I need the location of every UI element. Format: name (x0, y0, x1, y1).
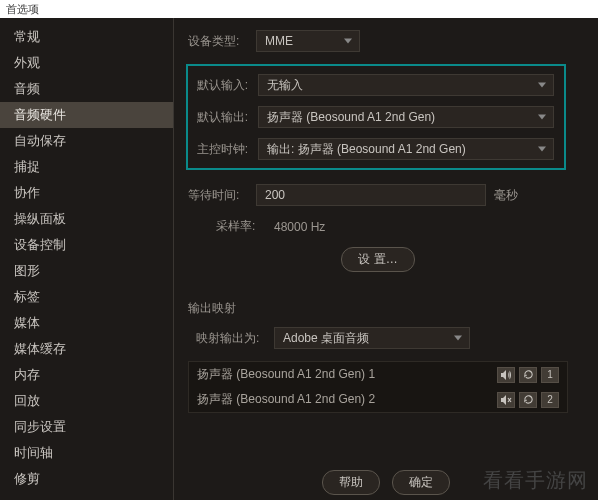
sidebar-item-media-cache[interactable]: 媒体缓存 (0, 336, 173, 362)
output-row-2: 扬声器 (Beosound A1 2nd Gen) 2 2 (189, 387, 567, 412)
sidebar-item-labels[interactable]: 标签 (0, 284, 173, 310)
sidebar-item-audio-hardware[interactable]: 音频硬件 (0, 102, 173, 128)
sidebar-item-audio[interactable]: 音频 (0, 76, 173, 102)
default-input-value: 无输入 (267, 77, 303, 94)
speaker-mute-button-2[interactable] (497, 392, 515, 408)
output-map-dropdown[interactable]: Adobe 桌面音频 (274, 327, 470, 349)
default-output-dropdown[interactable]: 扬声器 (Beosound A1 2nd Gen) (258, 106, 554, 128)
device-class-label: 设备类型: (188, 33, 250, 50)
sidebar-item-collaboration[interactable]: 协作 (0, 180, 173, 206)
sidebar-item-general[interactable]: 常规 (0, 24, 173, 50)
sidebar-item-control-surface[interactable]: 操纵面板 (0, 206, 173, 232)
latency-input[interactable] (256, 184, 486, 206)
default-output-value: 扬声器 (Beosound A1 2nd Gen) (267, 109, 435, 126)
output-map-value: Adobe 桌面音频 (283, 330, 369, 347)
ok-button[interactable]: 确定 (392, 470, 450, 495)
output-map-title: 输出映射 (188, 300, 584, 317)
num-button-1[interactable]: 1 (541, 367, 559, 383)
latency-label: 等待时间: (188, 187, 250, 204)
sidebar-item-timeline[interactable]: 时间轴 (0, 440, 173, 466)
output-2-name: 扬声器 (Beosound A1 2nd Gen) 2 (197, 391, 375, 408)
default-input-dropdown[interactable]: 无输入 (258, 74, 554, 96)
settings-button[interactable]: 设 置… (341, 247, 414, 272)
reload-icon (523, 369, 534, 380)
sidebar-item-playback[interactable]: 回放 (0, 388, 173, 414)
default-input-label: 默认输入: (188, 77, 248, 94)
sample-rate-value: 48000 Hz (274, 220, 325, 234)
clock-value: 输出: 扬声器 (Beosound A1 2nd Gen) (267, 141, 466, 158)
sidebar-item-trim[interactable]: 修剪 (0, 466, 173, 492)
help-button[interactable]: 帮助 (322, 470, 380, 495)
sidebar-item-capture[interactable]: 捕捉 (0, 154, 173, 180)
output-list: 扬声器 (Beosound A1 2nd Gen) 1 1 扬声 (188, 361, 568, 413)
reload-button-1[interactable] (519, 367, 537, 383)
sidebar-item-sync[interactable]: 同步设置 (0, 414, 173, 440)
device-class-value: MME (265, 34, 293, 48)
clock-label: 主控时钟: (188, 141, 248, 158)
preferences-window: 首选项 常规 外观 音频 音频硬件 自动保存 捕捉 协作 操纵面板 设备控制 图… (0, 0, 598, 500)
clock-row: 主控时钟: 输出: 扬声器 (Beosound A1 2nd Gen) (188, 138, 554, 160)
title-bar: 首选项 (0, 0, 598, 18)
reload-button-2[interactable] (519, 392, 537, 408)
sidebar-item-appearance[interactable]: 外观 (0, 50, 173, 76)
default-output-row: 默认输出: 扬声器 (Beosound A1 2nd Gen) (188, 106, 554, 128)
output-map-label: 映射输出为: (196, 330, 268, 347)
clock-dropdown[interactable]: 输出: 扬声器 (Beosound A1 2nd Gen) (258, 138, 554, 160)
speaker-icon (500, 369, 512, 381)
output-1-name: 扬声器 (Beosound A1 2nd Gen) 1 (197, 366, 375, 383)
watermark-text: 看看手游网 (483, 467, 588, 494)
window-title: 首选项 (6, 3, 39, 15)
speaker-button-1[interactable] (497, 367, 515, 383)
sidebar-item-device-control[interactable]: 设备控制 (0, 232, 173, 258)
sample-rate-label: 采样率: (216, 218, 266, 235)
sample-rate-row: 采样率: 48000 Hz (216, 218, 584, 235)
sidebar: 常规 外观 音频 音频硬件 自动保存 捕捉 协作 操纵面板 设备控制 图形 标签… (0, 18, 174, 500)
output-map-row: 映射输出为: Adobe 桌面音频 (196, 327, 584, 349)
content-panel: 设备类型: MME 默认输入: 无输入 默认输出: 扬声器 (Beosound … (174, 18, 598, 500)
default-output-label: 默认输出: (188, 109, 248, 126)
reload-icon (523, 394, 534, 405)
default-input-row: 默认输入: 无输入 (188, 74, 554, 96)
latency-row: 等待时间: 毫秒 (188, 184, 584, 206)
device-class-dropdown[interactable]: MME (256, 30, 360, 52)
output-row-1: 扬声器 (Beosound A1 2nd Gen) 1 1 (189, 362, 567, 387)
num-button-2[interactable]: 2 (541, 392, 559, 408)
sidebar-item-graphics[interactable]: 图形 (0, 258, 173, 284)
sidebar-item-media[interactable]: 媒体 (0, 310, 173, 336)
device-class-row: 设备类型: MME (188, 30, 584, 52)
latency-unit: 毫秒 (494, 187, 518, 204)
sidebar-item-memory[interactable]: 内存 (0, 362, 173, 388)
device-highlight-box: 默认输入: 无输入 默认输出: 扬声器 (Beosound A1 2nd Gen… (186, 64, 566, 170)
speaker-mute-icon (500, 394, 512, 406)
main-area: 常规 外观 音频 音频硬件 自动保存 捕捉 协作 操纵面板 设备控制 图形 标签… (0, 18, 598, 500)
sidebar-item-autosave[interactable]: 自动保存 (0, 128, 173, 154)
